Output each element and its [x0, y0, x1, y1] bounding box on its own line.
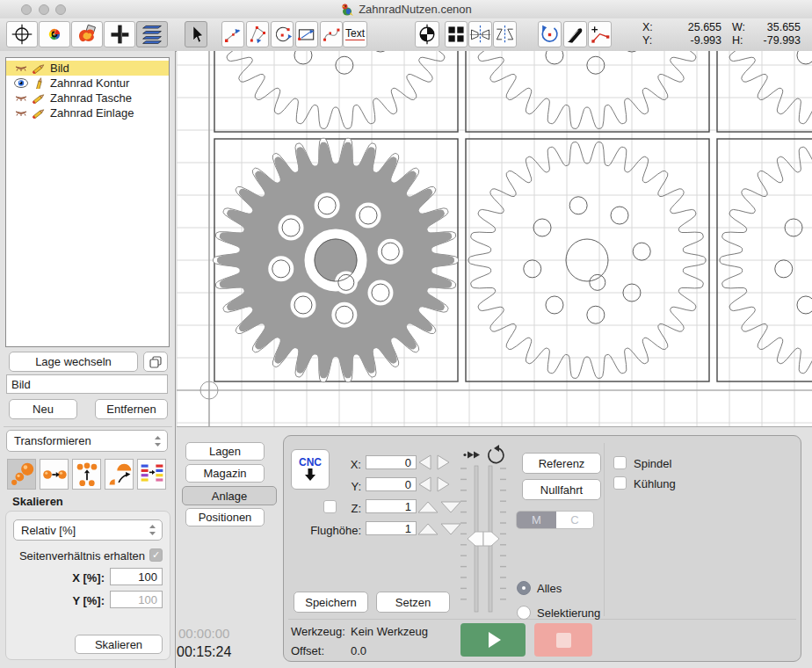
pencil-icon[interactable]: [32, 92, 47, 104]
scale-apply-button[interactable]: Skalieren: [75, 635, 163, 654]
gear-outline: [720, 51, 812, 128]
save-button[interactable]: Speichern: [294, 592, 368, 613]
panel-mode-select[interactable]: Transformieren: [6, 430, 168, 452]
scale-unit-select[interactable]: Relativ [%]: [13, 519, 163, 541]
polyline-tool-button[interactable]: [246, 21, 269, 47]
eye-closed-icon[interactable]: [13, 62, 29, 74]
scope-all-radio[interactable]: [517, 581, 531, 595]
scope-selection-radio[interactable]: [517, 606, 531, 620]
mirror-vertical-tool-button[interactable]: [493, 21, 517, 47]
timer-elapsed: 00:15:24: [177, 644, 247, 660]
readout-x-value: 25.655: [656, 21, 721, 34]
zero-move-button[interactable]: Nullfahrt: [522, 479, 601, 500]
aspect-ratio-label: Seitenverhältnis erhalten: [15, 549, 145, 563]
tab-rotate[interactable]: [105, 459, 134, 490]
add-point-tool-button[interactable]: [588, 21, 612, 47]
remove-layer-button[interactable]: Entfernen: [95, 399, 168, 419]
y-stepper[interactable]: [417, 476, 455, 493]
mode-c-segment[interactable]: C: [556, 512, 593, 528]
tab-move[interactable]: [40, 459, 69, 490]
coordinate-readout: X: 25.655 W: 35.655 Y: -9.993 H: -79.993: [642, 21, 811, 47]
app-icon: [340, 3, 354, 17]
flight-height-input[interactable]: 1: [366, 521, 417, 535]
axis-z-input[interactable]: 1: [366, 499, 417, 513]
rotate-balls-icon: [106, 461, 133, 488]
drawing-canvas[interactable]: [177, 51, 812, 427]
tab-mix-colors[interactable]: [137, 459, 166, 490]
eye-closed-icon[interactable]: [13, 92, 29, 104]
spindle-checkbox[interactable]: [613, 456, 627, 469]
mode-segmented-control[interactable]: M C: [516, 511, 594, 529]
web-tool-button[interactable]: [415, 21, 439, 47]
duplicate-layer-button[interactable]: [143, 352, 168, 372]
gear-filled: [214, 138, 459, 381]
tab-anlage[interactable]: Anlage: [182, 486, 277, 505]
switch-layer-button[interactable]: Lage wechseln: [9, 352, 138, 372]
eye-closed-icon[interactable]: [13, 107, 29, 119]
curve-tool-button[interactable]: [320, 21, 343, 47]
layer-row-zahnrad-tasche[interactable]: Zahnrad Tasche: [6, 91, 169, 105]
scale-y-input[interactable]: 100: [110, 591, 163, 608]
layer-row-zahnrad-kontur[interactable]: Zahnrad Kontur: [6, 76, 169, 91]
axis-x-label: X:: [301, 458, 361, 471]
pencil-icon[interactable]: [32, 62, 47, 74]
eye-open-icon[interactable]: [13, 77, 29, 89]
move-tool-button[interactable]: [104, 21, 135, 47]
knife-icon: [564, 24, 586, 46]
mirror-horizontal-icon: [469, 24, 491, 45]
pencil-icon[interactable]: [32, 77, 47, 89]
axis-x-input[interactable]: 0: [366, 455, 417, 469]
panel-divider-vertical: [604, 443, 605, 616]
flight-height-label: Flughöhe:: [301, 524, 361, 537]
rotate-tool-button[interactable]: [538, 21, 562, 47]
play-icon: [489, 632, 501, 648]
layer-name-input[interactable]: Bild: [6, 374, 168, 394]
select-tool-button[interactable]: [185, 21, 207, 47]
reference-button[interactable]: Referenz: [522, 453, 601, 474]
position-tool-button[interactable]: [6, 21, 38, 47]
slider-handle-right[interactable]: [483, 532, 499, 546]
cooling-checkbox[interactable]: [613, 476, 627, 490]
tab-distribute[interactable]: [72, 459, 101, 490]
tile-tool-button[interactable]: [445, 21, 468, 47]
tab-scale[interactable]: [7, 459, 36, 490]
z-stepper[interactable]: [417, 499, 462, 515]
flight-stepper[interactable]: [417, 521, 462, 537]
line-tool-button[interactable]: [221, 21, 244, 47]
spindle-label: Spindel: [634, 457, 671, 470]
speed-icon: [463, 452, 480, 459]
mode-m-segment[interactable]: M: [517, 512, 556, 528]
arc-tool-button[interactable]: [271, 21, 294, 47]
rotate-icon: [539, 24, 561, 46]
slider-handle-left[interactable]: [468, 532, 483, 546]
fill-tool-button[interactable]: [71, 21, 103, 47]
pencil-icon[interactable]: [32, 107, 47, 119]
set-button[interactable]: Setzen: [376, 592, 450, 613]
start-button[interactable]: [460, 623, 526, 657]
x-stepper[interactable]: [417, 454, 455, 471]
axis-z-label: Z:: [301, 502, 361, 515]
aspect-ratio-checkbox[interactable]: ✓: [149, 548, 163, 562]
layer-row-zahnrad-einlage[interactable]: Zahnrad Einlage: [6, 105, 169, 120]
color-wheel-tool-button[interactable]: [39, 21, 70, 47]
add-point-icon: [589, 24, 611, 46]
color-wheel-icon: [42, 23, 67, 46]
tab-magazin[interactable]: Magazin: [185, 464, 265, 483]
tab-positionen[interactable]: Positionen: [185, 508, 265, 526]
feed-speed-sliders[interactable]: [458, 445, 509, 616]
layer-row-bild[interactable]: Bild: [6, 61, 169, 76]
new-layer-button[interactable]: Neu: [9, 399, 77, 419]
tab-lagen[interactable]: Lagen: [185, 442, 265, 461]
stop-button[interactable]: [534, 623, 592, 657]
mirror-horizontal-tool-button[interactable]: [468, 21, 492, 47]
scope-all-label: Alles: [537, 582, 562, 595]
rectangle-tool-button[interactable]: [295, 21, 318, 47]
sidebar-divider: [4, 426, 172, 427]
axis-y-input[interactable]: 0: [366, 477, 417, 491]
text-tool-button[interactable]: Text: [343, 21, 367, 47]
stop-icon: [556, 633, 571, 648]
layers-tool-button[interactable]: [136, 21, 168, 47]
scale-x-input[interactable]: 100: [110, 568, 163, 585]
axis-y-label: Y:: [301, 480, 361, 493]
knife-tool-button[interactable]: [563, 21, 587, 47]
